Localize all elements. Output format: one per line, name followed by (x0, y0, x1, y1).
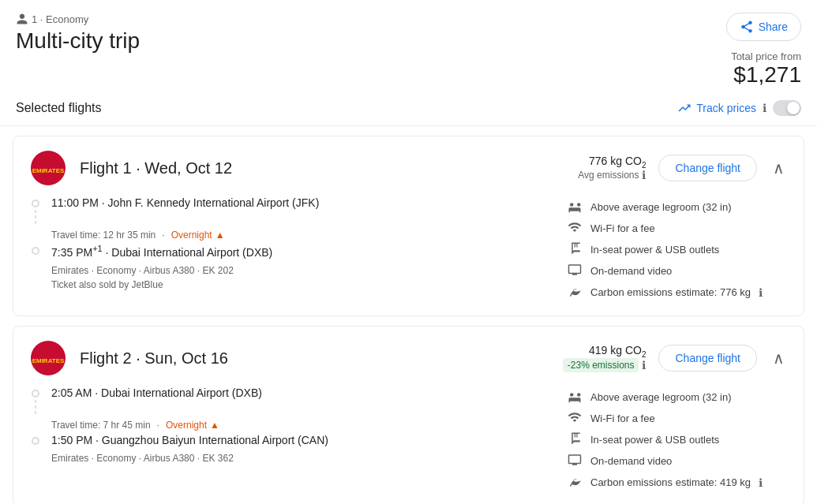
flight-2-emissions: 419 kg CO2 -23% emissions ℹ (563, 344, 646, 373)
wifi-icon-2 (567, 410, 583, 427)
warning-icon-2: ▲ (210, 420, 219, 431)
emirates-logo-1: EMIRATES (29, 149, 67, 187)
selected-flights-label: Selected flights (16, 101, 102, 115)
price-info: Total price from $1,271 (731, 50, 801, 88)
carbon-icon-2 (567, 474, 583, 491)
carbon-info-icon-2[interactable]: ℹ (759, 476, 763, 489)
overnight-badge-1: Overnight ▲ (171, 230, 225, 241)
collapse-button-2[interactable]: ∧ (770, 345, 788, 371)
video-icon-1 (567, 263, 583, 279)
amenity-carbon-1: Carbon emissions estimate: 776 kg ℹ (567, 282, 788, 303)
flight-1-title: Flight 1 · Wed, Oct 12 (80, 159, 232, 177)
top-bar: 1 · Economy Multi-city trip Share Total … (0, 0, 817, 94)
trip-info: 1 · Economy Multi-city trip (16, 13, 140, 54)
flight-1-ticket-note: Ticket also sold by JetBlue (29, 279, 551, 290)
emirates-logo-2: EMIRATES (29, 339, 67, 377)
arrival-row-1: 7:35 PM+1 · Dubai International Airport … (29, 244, 551, 259)
flight-1-details: 11:00 PM · John F. Kennedy International… (13, 196, 804, 315)
passengers-label: 1 · Economy (16, 13, 140, 25)
flight-card-1: EMIRATES Flight 1 · Wed, Oct 12 776 kg C… (13, 136, 804, 316)
flight-1-meta: Emirates · Economy · Airbus A380 · EK 20… (29, 265, 551, 276)
travel-time-2: Travel time: 7 hr 45 min · Overnight ▲ (51, 416, 551, 434)
amenity-legroom-2: Above average legroom (32 in) (567, 386, 788, 408)
flight-1-amenities: Above average legroom (32 in) Wi-Fi for … (567, 196, 788, 303)
video-icon-2 (567, 453, 583, 469)
collapse-button-1[interactable]: ∧ (770, 155, 788, 181)
power-icon-1 (567, 241, 583, 258)
amenity-legroom-1: Above average legroom (32 in) (567, 196, 788, 218)
flight-1-header-left: EMIRATES Flight 1 · Wed, Oct 12 (29, 149, 232, 187)
track-prices-container: Track prices ℹ (677, 100, 801, 116)
amenity-wifi-2: Wi-Fi for a fee (567, 408, 788, 429)
flight-2-amenities: Above average legroom (32 in) Wi-Fi for … (567, 386, 788, 493)
legroom-icon-1 (567, 199, 583, 215)
emirates-logo-svg-2: EMIRATES (29, 339, 67, 377)
power-icon-2 (567, 431, 583, 448)
flight-2-header-right: 419 kg CO2 -23% emissions ℹ Change fligh… (563, 344, 788, 373)
flight-2-meta: Emirates · Economy · Airbus A380 · EK 36… (29, 453, 551, 464)
carbon-info-icon-1[interactable]: ℹ (759, 286, 763, 299)
change-flight-button-2[interactable]: Change flight (658, 345, 757, 371)
amenity-video-2: On-demand video (567, 450, 788, 472)
share-button[interactable]: Share (726, 13, 801, 41)
emissions-info-icon-2[interactable]: ℹ (642, 359, 646, 371)
legroom-icon-2 (567, 389, 583, 405)
amenity-video-1: On-demand video (567, 260, 788, 282)
carbon-icon-1 (567, 284, 583, 301)
trip-title: Multi-city trip (16, 28, 140, 54)
emirates-logo-svg-1: EMIRATES (29, 149, 67, 187)
svg-text:EMIRATES: EMIRATES (32, 357, 65, 364)
amenity-carbon-2: Carbon emissions estimate: 419 kg ℹ (567, 472, 788, 493)
change-flight-button-1[interactable]: Change flight (658, 155, 757, 181)
selected-flights-bar: Selected flights Track prices ℹ (0, 94, 817, 126)
emissions-info-icon-1[interactable]: ℹ (642, 169, 646, 181)
flight-1-emissions: 776 kg CO2 Avg emissions ℹ (578, 155, 646, 182)
amenity-wifi-1: Wi-Fi for a fee (567, 218, 788, 239)
track-prices-link[interactable]: Track prices (677, 101, 756, 115)
track-prices-toggle[interactable] (773, 100, 801, 116)
departure-row-2: 2:05 AM · Dubai International Airport (D… (29, 386, 551, 416)
track-prices-info-icon[interactable]: ℹ (763, 102, 766, 114)
amenity-power-2: In-seat power & USB outlets (567, 429, 788, 450)
person-icon (16, 13, 28, 25)
emissions-badge-2: -23% emissions (563, 358, 639, 372)
overnight-badge-2: Overnight ▲ (166, 420, 219, 431)
svg-text:EMIRATES: EMIRATES (32, 167, 65, 174)
amenity-power-1: In-seat power & USB outlets (567, 239, 788, 260)
flight-1-route: 11:00 PM · John F. Kennedy International… (29, 196, 551, 303)
flight-card-2: EMIRATES Flight 2 · Sun, Oct 16 419 kg C… (13, 326, 804, 504)
flight-2-title: Flight 2 · Sun, Oct 16 (80, 349, 228, 368)
flight-2-details: 2:05 AM · Dubai International Airport (D… (13, 386, 804, 504)
arrival-row-2: 1:50 PM · Guangzhou Baiyun International… (29, 434, 551, 446)
departure-row-1: 11:00 PM · John F. Kennedy International… (29, 196, 551, 226)
flight-2-header: EMIRATES Flight 2 · Sun, Oct 16 419 kg C… (13, 327, 804, 386)
flight-2-header-left: EMIRATES Flight 2 · Sun, Oct 16 (29, 339, 228, 377)
share-icon (740, 20, 754, 34)
trending-icon (677, 101, 691, 115)
flight-2-route: 2:05 AM · Dubai International Airport (D… (29, 386, 551, 493)
wifi-icon-1 (567, 220, 583, 237)
flight-1-header-right: 776 kg CO2 Avg emissions ℹ Change flight… (578, 155, 788, 182)
flight-1-header: EMIRATES Flight 1 · Wed, Oct 12 776 kg C… (13, 136, 804, 196)
warning-icon-1: ▲ (215, 230, 225, 241)
travel-time-1: Travel time: 12 hr 35 min · Overnight ▲ (51, 226, 551, 244)
